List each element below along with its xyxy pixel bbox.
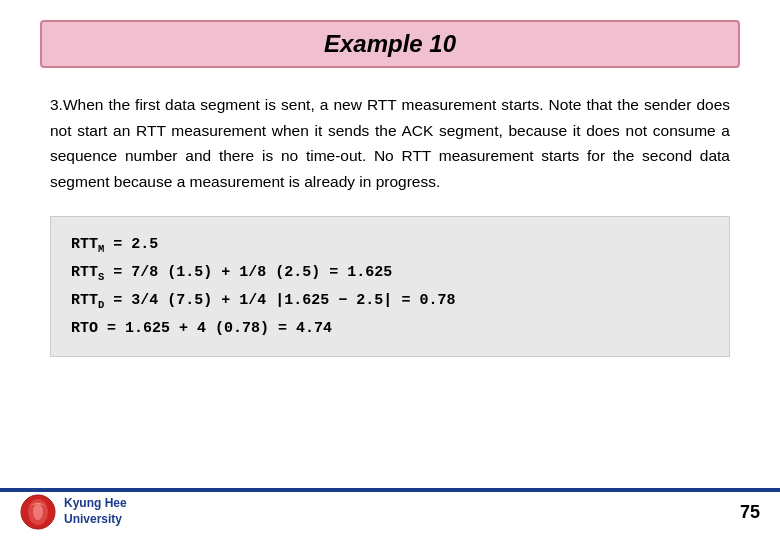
- slide-container: Example 10 3.When the first data segment…: [0, 0, 780, 540]
- formula-box: RTTM = 2.5 RTTS = 7/8 (1.5) + 1/8 (2.5) …: [50, 216, 730, 357]
- university-logo-icon: [20, 494, 56, 530]
- formula-rtts: RTTS = 7/8 (1.5) + 1/8 (2.5) = 1.625: [71, 259, 709, 287]
- slide-title: Example 10: [324, 30, 456, 57]
- footer: Kyung Hee University 75: [0, 494, 780, 530]
- university-name: Kyung Hee University: [64, 496, 127, 527]
- page-number: 75: [740, 502, 760, 523]
- title-bar: Example 10: [40, 20, 740, 68]
- main-paragraph: 3.When the first data segment is sent, a…: [40, 92, 740, 194]
- formula-rttm: RTTM = 2.5: [71, 231, 709, 259]
- svg-point-2: [33, 504, 43, 520]
- formula-rto: RTO = 1.625 + 4 (0.78) = 4.74: [71, 315, 709, 342]
- logo-area: Kyung Hee University: [20, 494, 127, 530]
- formula-rttd: RTTD = 3/4 (7.5) + 1/4 |1.625 − 2.5| = 0…: [71, 287, 709, 315]
- bottom-bar: [0, 488, 780, 492]
